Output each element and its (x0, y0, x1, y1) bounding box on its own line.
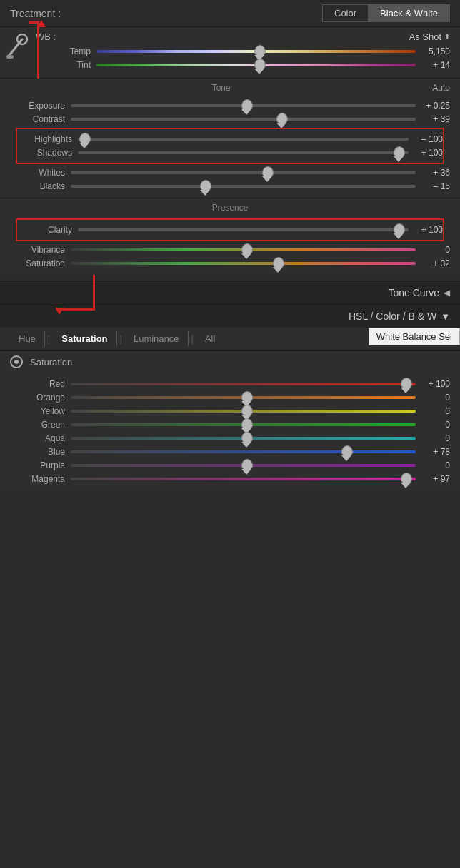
shadows-value: + 100 (409, 148, 443, 158)
hsl-purple-track-wrap[interactable] (71, 460, 416, 470)
treatment-buttons: Color Black & White (322, 4, 450, 22)
saturation-value: + 32 (416, 258, 450, 268)
hsl-red-track-wrap[interactable] (71, 379, 416, 389)
clarity-thumb[interactable] (394, 223, 404, 236)
tint-row: Tint + 14 (36, 60, 450, 70)
tab-separator-3: | (189, 333, 196, 344)
annotation-arrowhead-1 (37, 20, 46, 27)
presence-sliders: Clarity + 100 Vibrance 0 Saturation + 32 (0, 214, 460, 275)
contrast-track (71, 118, 416, 121)
clarity-row: Clarity + 100 (17, 225, 443, 235)
auto-label[interactable]: Auto (432, 83, 450, 93)
hsl-blue-value: + 78 (416, 447, 450, 457)
highlights-thumb[interactable] (79, 133, 89, 146)
saturation-sub-header: Saturation (0, 350, 460, 373)
tab-saturation[interactable]: Saturation (53, 331, 116, 346)
saturation-track-wrap[interactable] (71, 258, 416, 268)
wb-area: WB : As Shot ⬆ Temp 5,150 Tint + 14 (0, 27, 460, 78)
contrast-track-wrap[interactable] (71, 114, 416, 124)
shadows-track (78, 151, 409, 154)
exposure-value: + 0.25 (416, 101, 450, 111)
color-btn[interactable]: Color (322, 4, 368, 22)
hsl-panel-header[interactable]: HSL / Color / B & W ▼ (0, 304, 460, 328)
tint-track-wrap[interactable] (96, 60, 416, 70)
hsl-arrow: ▼ (441, 311, 450, 322)
hsl-aqua-thumb[interactable] (241, 432, 251, 445)
whites-thumb[interactable] (262, 166, 272, 179)
temp-label: Temp (36, 46, 96, 56)
hsl-blue-track (71, 450, 416, 453)
vibrance-value: 0 (416, 245, 450, 255)
hsl-magenta-thumb[interactable] (401, 473, 411, 485)
hsl-red-thumb[interactable] (401, 378, 411, 390)
temp-thumb[interactable] (254, 45, 264, 58)
whites-track-wrap[interactable] (71, 168, 416, 178)
annotation-arrow-vertical-1 (37, 21, 39, 79)
contrast-label: Contrast (10, 114, 71, 124)
clarity-value: + 100 (409, 225, 443, 235)
tab-all[interactable]: All (196, 331, 224, 346)
hsl-orange-track-wrap[interactable] (71, 393, 416, 403)
shadows-thumb[interactable] (394, 146, 404, 159)
hsl-purple-thumb[interactable] (241, 459, 251, 472)
hsl-blue-label: Blue (10, 447, 71, 457)
highlights-track (78, 138, 409, 141)
hsl-title: HSL / Color / B & W (349, 311, 436, 322)
tint-thumb[interactable] (254, 59, 264, 71)
tone-section-label: Tone (10, 83, 432, 93)
exposure-row: Exposure + 0.25 (10, 101, 450, 111)
hsl-green-thumb[interactable] (241, 418, 251, 431)
treatment-row: Treatment : Color Black & White (0, 0, 460, 27)
blacks-thumb[interactable] (200, 180, 210, 193)
hsl-magenta-track-wrap[interactable] (71, 474, 416, 484)
blacks-label: Blacks (10, 181, 71, 191)
treatment-label: Treatment : (10, 8, 61, 19)
hsl-blue-thumb[interactable] (341, 445, 351, 458)
bw-btn[interactable]: Black & White (368, 4, 450, 22)
saturation-icon (10, 355, 23, 368)
tone-curve-header[interactable]: Tone Curve ◀ (0, 281, 460, 304)
eyedropper-svg (5, 31, 31, 59)
saturation-thumb[interactable] (273, 257, 283, 270)
tint-label: Tint (36, 60, 96, 70)
tab-luminance[interactable]: Luminance (125, 331, 189, 346)
hsl-aqua-value: 0 (416, 433, 450, 443)
blacks-track-wrap[interactable] (71, 181, 416, 191)
hsl-purple-row: Purple 0 (10, 460, 450, 470)
hsl-aqua-track-wrap[interactable] (71, 433, 416, 443)
wb-value: As Shot ⬆ (409, 31, 450, 42)
hsl-purple-value: 0 (416, 460, 450, 470)
vibrance-thumb[interactable] (241, 243, 251, 256)
highlights-row: Highlights – 100 (17, 134, 443, 144)
contrast-thumb[interactable] (276, 113, 286, 126)
whites-value: + 36 (416, 168, 450, 178)
hsl-blue-row: Blue + 78 (10, 447, 450, 457)
clarity-box: Clarity + 100 (16, 218, 444, 241)
hsl-red-value: + 100 (416, 379, 450, 389)
hsl-yellow-track-wrap[interactable] (71, 406, 416, 416)
hsl-orange-thumb[interactable] (241, 391, 251, 404)
shadows-track-wrap[interactable] (78, 148, 409, 158)
shadows-row: Shadows + 100 (17, 148, 443, 158)
vibrance-track-wrap[interactable] (71, 245, 416, 255)
temp-row: Temp 5,150 (36, 46, 450, 56)
exposure-thumb[interactable] (241, 99, 251, 112)
shadows-label: Shadows (17, 148, 78, 158)
eyedropper-icon[interactable] (0, 27, 36, 63)
hsl-magenta-row: Magenta + 97 (10, 474, 450, 484)
saturation-row: Saturation + 32 (10, 258, 450, 268)
highlights-track-wrap[interactable] (78, 134, 409, 144)
temp-track-wrap[interactable] (96, 46, 416, 56)
presence-header: Presence (0, 198, 460, 214)
exposure-track-wrap[interactable] (71, 101, 416, 111)
white-balance-tooltip: White Balance Sel (369, 328, 460, 345)
annotation-arrow-vertical-2 (93, 275, 95, 311)
clarity-track-wrap[interactable] (78, 225, 409, 235)
hsl-green-track-wrap[interactable] (71, 420, 416, 430)
hsl-green-row: Green 0 (10, 420, 450, 430)
tab-hue[interactable]: Hue (10, 331, 45, 346)
hsl-blue-track-wrap[interactable] (71, 447, 416, 457)
hsl-green-label: Green (10, 420, 71, 430)
saturation-label: Saturation (10, 258, 71, 268)
hsl-yellow-thumb[interactable] (241, 405, 251, 418)
